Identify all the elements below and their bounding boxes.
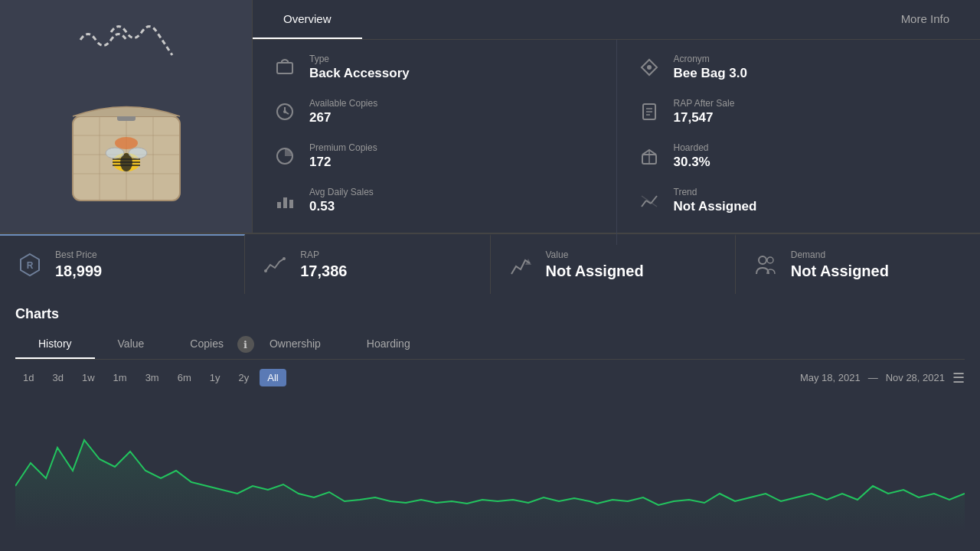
- svg-point-38: [283, 257, 286, 260]
- best-price-value: 18,999: [55, 262, 102, 279]
- info-col-left: Type Back Accessory Availab: [253, 40, 616, 245]
- tag-icon: [271, 54, 299, 81]
- rap-after-value: 17,547: [674, 110, 714, 125]
- tab-more-info[interactable]: More Info: [871, 0, 980, 39]
- svg-point-15: [115, 137, 138, 149]
- stat-rap[interactable]: RAP 17,386: [245, 234, 490, 294]
- date-range: May 18, 2021 — Nov 28, 2021 ☰: [800, 370, 965, 386]
- info-grid: Type Back Accessory Availab: [253, 40, 980, 245]
- svg-rect-22: [289, 200, 293, 208]
- trend-label: Trend: [674, 187, 757, 197]
- premium-value: 172: [309, 155, 331, 169]
- info-row-premium: Premium Copies 172: [271, 142, 598, 170]
- sales-label: Avg Daily Sales: [309, 187, 374, 197]
- filter-1m[interactable]: 1m: [106, 369, 135, 386]
- trend-value: Not Assigned: [674, 199, 757, 214]
- time-filters: 1d 3d 1w 1m 3m 6m 1y 2y All May 18, 2021…: [15, 369, 965, 386]
- best-price-label: Best Price: [55, 249, 102, 260]
- filter-1w[interactable]: 1w: [74, 369, 103, 386]
- top-area: Overview More Info Type Back Acces: [0, 0, 980, 233]
- svg-line-31: [642, 201, 646, 207]
- acronym-value: Bee Bag 3.0: [674, 66, 747, 80]
- bar-icon: [271, 187, 299, 214]
- stat-best-price[interactable]: R Best Price 18,999: [0, 234, 245, 294]
- stats-row: R Best Price 18,999 RAP 17,386: [0, 233, 980, 294]
- type-label: Type: [309, 54, 410, 64]
- chart-tab-ownership[interactable]: Ownership: [247, 330, 344, 359]
- chart-tabs: History Value Copies ℹ Ownership Hoardin…: [15, 330, 965, 360]
- chart-tab-history[interactable]: History: [15, 330, 95, 359]
- available-label: Available Copies: [309, 98, 377, 109]
- svg-rect-16: [277, 63, 292, 73]
- diamond-icon: [635, 54, 663, 81]
- svg-point-13: [129, 148, 147, 158]
- charts-title: Charts: [15, 306, 965, 322]
- svg-line-34: [642, 196, 657, 207]
- value-value: Not Assigned: [546, 262, 644, 279]
- info-row-available: Available Copies 267: [271, 98, 598, 126]
- chart-tab-copies[interactable]: Copies ℹ: [167, 330, 247, 359]
- rap-after-label: RAP After Sale: [674, 98, 735, 109]
- info-row-hoarded: Hoarded 30.3%: [635, 142, 962, 170]
- item-image: [50, 24, 203, 208]
- stat-value[interactable]: Value Not Assigned: [491, 234, 736, 294]
- filter-1d[interactable]: 1d: [15, 369, 41, 386]
- charts-section: Charts History Value Copies ℹ Ownership …: [0, 294, 980, 532]
- rap-chart-icon: [260, 250, 289, 279]
- svg-marker-42: [15, 440, 965, 532]
- rap-value: 17,386: [300, 262, 347, 279]
- tab-overview[interactable]: Overview: [253, 0, 362, 39]
- demand-value: Not Assigned: [791, 262, 889, 279]
- box-icon: [635, 142, 663, 170]
- info-col-right: Acronym Bee Bag 3.0 RAP Aft: [616, 40, 981, 245]
- main-content: Overview More Info Type Back Acces: [253, 0, 980, 233]
- date-end: Nov 28, 2021: [886, 372, 945, 383]
- hoarded-value: 30.3%: [674, 155, 710, 169]
- filter-3d[interactable]: 3d: [44, 369, 70, 386]
- date-separator: —: [868, 372, 878, 383]
- svg-text:R: R: [27, 260, 34, 271]
- rap-label: RAP: [300, 249, 347, 260]
- svg-point-18: [283, 110, 286, 113]
- date-start: May 18, 2021: [800, 372, 861, 383]
- value-line-icon: [506, 250, 535, 279]
- chart-tab-value[interactable]: Value: [95, 330, 168, 359]
- filter-all[interactable]: All: [260, 369, 286, 386]
- chart-container: [15, 394, 965, 532]
- available-value: 267: [309, 110, 331, 125]
- svg-point-41: [767, 257, 773, 263]
- svg-point-12: [106, 148, 124, 158]
- info-row-type: Type Back Accessory: [271, 54, 598, 81]
- premium-label: Premium Copies: [309, 142, 377, 153]
- info-row-sales: Avg Daily Sales 0.53: [271, 187, 598, 214]
- item-image-panel: [0, 0, 253, 233]
- hoarded-label: Hoarded: [674, 142, 710, 153]
- receipt-icon: [635, 98, 663, 126]
- info-row-trend: Trend Not Assigned: [635, 187, 962, 214]
- hex-icon: R: [15, 250, 44, 279]
- svg-point-40: [759, 256, 766, 264]
- filter-2y[interactable]: 2y: [230, 369, 256, 386]
- demand-label: Demand: [791, 249, 889, 260]
- chart-menu-icon[interactable]: ☰: [952, 370, 965, 386]
- svg-rect-21: [283, 197, 287, 208]
- filter-6m[interactable]: 6m: [170, 369, 199, 386]
- trend-icon: [635, 187, 663, 214]
- circle-icon: [271, 98, 299, 126]
- people-icon: [751, 250, 780, 279]
- sales-value: 0.53: [309, 199, 335, 214]
- info-row-acronym: Acronym Bee Bag 3.0: [635, 54, 962, 81]
- chart-tab-hoarding[interactable]: Hoarding: [344, 330, 433, 359]
- info-row-rap: RAP After Sale 17,547: [635, 98, 962, 126]
- type-value: Back Accessory: [309, 66, 410, 80]
- svg-rect-20: [277, 202, 281, 208]
- svg-point-37: [264, 269, 267, 272]
- pie-icon: [271, 142, 299, 170]
- tabs-header: Overview More Info: [253, 0, 980, 40]
- svg-point-24: [647, 65, 652, 70]
- value-label: Value: [546, 249, 644, 260]
- filter-3m[interactable]: 3m: [138, 369, 167, 386]
- filter-1y[interactable]: 1y: [202, 369, 228, 386]
- acronym-label: Acronym: [674, 54, 747, 64]
- stat-demand[interactable]: Demand Not Assigned: [736, 234, 980, 294]
